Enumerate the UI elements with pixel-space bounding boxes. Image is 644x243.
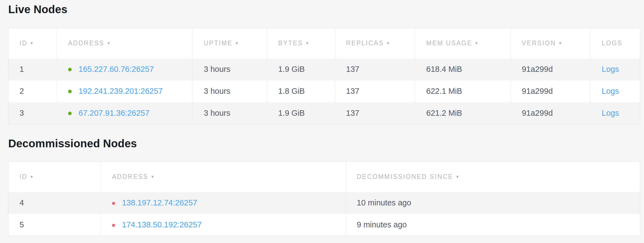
column-header-label: REPLICAS xyxy=(346,39,384,47)
sort-arrow-icon: ▾ xyxy=(475,40,479,46)
sort-arrow-icon: ▾ xyxy=(306,40,309,46)
decommissioned-nodes-table: ID▾ ADDRESS▾ DECOMMISSIONED SINCE▾ 4 138… xyxy=(8,162,640,236)
live-nodes-title: Live Nodes xyxy=(8,3,640,16)
column-header-id[interactable]: ID▾ xyxy=(9,162,101,192)
live-nodes-header-row: ID▾ ADDRESS▾ UPTIME▾ BYTES▾ REPLICAS▾ ME… xyxy=(9,28,640,58)
table-row: 4 138.197.12.74:26257 10 minutes ago xyxy=(9,192,640,214)
node-decommissioned-dot-icon xyxy=(112,202,115,205)
column-header-decommissioned-since[interactable]: DECOMMISSIONED SINCE▾ xyxy=(346,162,640,192)
node-decommissioned-dot-icon xyxy=(112,224,115,227)
cell-bytes: 1.9 GiB xyxy=(267,102,335,124)
column-header-label: BYTES xyxy=(278,39,303,47)
column-header-uptime[interactable]: UPTIME▾ xyxy=(193,28,267,58)
cell-address: 165.227.60.76:26257 xyxy=(57,58,193,80)
column-header-label: DECOMMISSIONED SINCE xyxy=(357,173,453,180)
sort-arrow-icon: ▾ xyxy=(151,174,155,180)
cell-id: 5 xyxy=(9,214,101,236)
sort-arrow-icon: ▾ xyxy=(107,40,111,46)
logs-link[interactable]: Logs xyxy=(602,65,619,74)
cell-decommissioned-since: 10 minutes ago xyxy=(346,192,640,214)
sort-arrow-icon: ▾ xyxy=(236,40,239,46)
cell-logs: Logs xyxy=(591,58,640,80)
cell-address: 174.138.50.192:26257 xyxy=(101,214,346,236)
node-live-dot-icon xyxy=(68,68,72,71)
cell-mem-usage: 622.1 MiB xyxy=(415,80,511,102)
node-address-link[interactable]: 67.207.91.36:26257 xyxy=(79,109,149,117)
cell-id: 2 xyxy=(9,80,57,102)
column-header-logs: LOGS xyxy=(591,28,640,58)
cell-mem-usage: 621.2 MiB xyxy=(415,102,511,124)
cell-version: 91a299d xyxy=(511,80,591,102)
column-header-label: ADDRESS xyxy=(68,39,104,47)
sort-arrow-icon: ▾ xyxy=(456,174,459,180)
cell-replicas: 137 xyxy=(335,102,415,124)
cell-address: 138.197.12.74:26257 xyxy=(101,192,346,214)
column-header-address[interactable]: ADDRESS▾ xyxy=(57,28,193,58)
column-header-label: ADDRESS xyxy=(112,173,148,180)
logs-link[interactable]: Logs xyxy=(602,87,619,95)
column-header-bytes[interactable]: BYTES▾ xyxy=(267,28,335,58)
node-address-link[interactable]: 174.138.50.192:26257 xyxy=(122,220,202,229)
node-live-dot-icon xyxy=(68,112,72,115)
sort-arrow-icon: ▾ xyxy=(30,174,34,180)
sort-arrow-icon: ▾ xyxy=(559,40,562,46)
column-header-id[interactable]: ID▾ xyxy=(9,28,57,58)
column-header-address[interactable]: ADDRESS▾ xyxy=(101,162,346,192)
table-row: 1 165.227.60.76:26257 3 hours 1.9 GiB 13… xyxy=(9,58,640,80)
cell-address: 67.207.91.36:26257 xyxy=(57,102,193,124)
cell-id: 4 xyxy=(9,192,101,214)
column-header-version[interactable]: VERSION▾ xyxy=(511,28,591,58)
table-row: 2 192.241.239.201:26257 3 hours 1.8 GiB … xyxy=(9,80,640,102)
column-header-label: ID xyxy=(19,173,27,180)
cell-replicas: 137 xyxy=(335,80,415,102)
node-address-link[interactable]: 192.241.239.201:26257 xyxy=(79,87,163,95)
cell-logs: Logs xyxy=(591,80,640,102)
cell-version: 91a299d xyxy=(511,58,591,80)
table-row: 3 67.207.91.36:26257 3 hours 1.9 GiB 137… xyxy=(9,102,640,124)
sort-arrow-icon: ▾ xyxy=(387,40,390,46)
cell-uptime: 3 hours xyxy=(193,80,267,102)
live-nodes-table: ID▾ ADDRESS▾ UPTIME▾ BYTES▾ REPLICAS▾ ME… xyxy=(8,28,640,124)
column-header-label: ID xyxy=(19,39,27,47)
node-live-dot-icon xyxy=(68,90,72,93)
node-address-link[interactable]: 138.197.12.74:26257 xyxy=(122,198,197,207)
node-address-link[interactable]: 165.227.60.76:26257 xyxy=(79,65,154,74)
cell-logs: Logs xyxy=(591,102,640,124)
cell-decommissioned-since: 9 minutes ago xyxy=(346,214,640,236)
cell-bytes: 1.8 GiB xyxy=(267,80,335,102)
column-header-label: MEM USAGE xyxy=(426,39,472,47)
logs-link[interactable]: Logs xyxy=(602,109,619,117)
cell-address: 192.241.239.201:26257 xyxy=(57,80,193,102)
cell-id: 1 xyxy=(9,58,57,80)
cell-id: 3 xyxy=(9,102,57,124)
column-header-label: UPTIME xyxy=(204,39,233,47)
cell-replicas: 137 xyxy=(335,58,415,80)
table-row: 5 174.138.50.192:26257 9 minutes ago xyxy=(9,214,640,236)
cell-uptime: 3 hours xyxy=(193,58,267,80)
cell-mem-usage: 618.4 MiB xyxy=(415,58,511,80)
cell-version: 91a299d xyxy=(511,102,591,124)
cell-uptime: 3 hours xyxy=(193,102,267,124)
decommissioned-nodes-title: Decommissioned Nodes xyxy=(8,137,640,150)
decommissioned-nodes-header-row: ID▾ ADDRESS▾ DECOMMISSIONED SINCE▾ xyxy=(9,162,640,192)
cell-bytes: 1.9 GiB xyxy=(267,58,335,80)
nodes-page: Live Nodes ID▾ ADDRESS▾ UPTIME▾ BYTES▾ R… xyxy=(0,3,644,236)
column-header-label: LOGS xyxy=(602,39,623,47)
sort-arrow-icon: ▾ xyxy=(30,40,34,46)
column-header-replicas[interactable]: REPLICAS▾ xyxy=(335,28,415,58)
column-header-label: VERSION xyxy=(522,39,556,47)
column-header-mem-usage[interactable]: MEM USAGE▾ xyxy=(415,28,511,58)
